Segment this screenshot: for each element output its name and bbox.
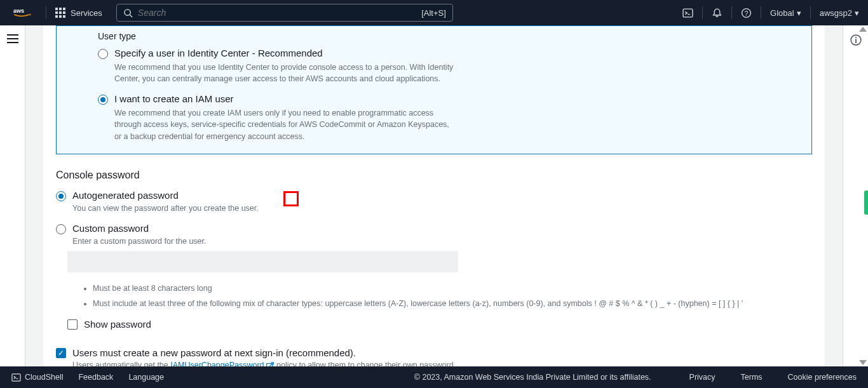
caret-down-icon: ▾ bbox=[855, 8, 859, 18]
help-button[interactable]: ? bbox=[732, 0, 761, 25]
user-type-option-identity-center[interactable]: Specify a user in Identity Center - Reco… bbox=[98, 48, 776, 59]
radio-label: Autogenerated password bbox=[72, 190, 179, 201]
radio-description: We recommend that you use Identity Cente… bbox=[114, 62, 458, 84]
svg-text:aws: aws bbox=[13, 8, 24, 14]
show-password-checkbox[interactable]: Show password bbox=[67, 319, 812, 330]
iam-policy-link[interactable]: IAMUserChangePassword bbox=[170, 361, 264, 366]
radio-icon[interactable] bbox=[98, 49, 108, 59]
footer: CloudShell Feedback Language © 2023, Ama… bbox=[0, 366, 868, 388]
notifications-button[interactable] bbox=[703, 0, 731, 25]
svg-line-2 bbox=[130, 15, 132, 17]
language-link[interactable]: Language bbox=[128, 373, 164, 382]
terms-link[interactable]: Terms bbox=[741, 373, 763, 382]
content: User type Specify a user in Identity Cen… bbox=[43, 25, 825, 366]
svg-rect-13 bbox=[855, 39, 857, 43]
password-rules: Must be at least 8 characters long Must … bbox=[81, 283, 812, 311]
radio-description: We recommend that you create IAM users o… bbox=[114, 107, 458, 142]
svg-point-1 bbox=[125, 9, 130, 15]
radio-custom[interactable]: Custom password bbox=[56, 223, 812, 234]
grid-icon bbox=[55, 8, 65, 18]
cookie-preferences-link[interactable]: Cookie preferences bbox=[788, 373, 857, 382]
svg-text:?: ? bbox=[745, 9, 749, 17]
search-shortcut: [Alt+S] bbox=[421, 8, 446, 18]
password-option-custom: Custom password Enter a custom password … bbox=[56, 223, 812, 330]
feedback-link[interactable]: Feedback bbox=[78, 373, 113, 382]
checkbox-label: Users must create a new password at next… bbox=[72, 347, 356, 358]
cloudshell-icon bbox=[682, 8, 693, 18]
checkbox-icon[interactable] bbox=[56, 348, 66, 358]
must-reset-password-checkbox[interactable]: Users must create a new password at next… bbox=[56, 347, 812, 358]
checkbox-label: Show password bbox=[84, 319, 151, 330]
region-selector[interactable]: Global ▾ bbox=[761, 8, 810, 18]
cloudshell-icon bbox=[11, 373, 21, 382]
services-label: Services bbox=[71, 8, 102, 18]
privacy-link[interactable]: Privacy bbox=[689, 373, 715, 382]
top-nav: aws Services [Alt+S] ? Global ▾ awsgsp2 … bbox=[0, 0, 868, 25]
region-label: Global bbox=[770, 8, 794, 18]
content-outer: User type Specify a user in Identity Cen… bbox=[25, 25, 843, 366]
checkbox-icon[interactable] bbox=[67, 319, 78, 330]
cloudshell-label: CloudShell bbox=[25, 373, 63, 382]
user-type-heading: User type bbox=[98, 31, 776, 41]
password-option-autogenerated: Autogenerated password You can view the … bbox=[56, 190, 812, 213]
radio-label: Custom password bbox=[72, 223, 149, 234]
left-rail bbox=[0, 25, 25, 366]
account-label: awsgsp2 bbox=[820, 8, 852, 18]
aws-logo[interactable]: aws bbox=[0, 7, 46, 18]
must-reset-description: Users automatically get the IAMUserChang… bbox=[72, 361, 812, 366]
svg-point-12 bbox=[855, 37, 856, 38]
help-icon: ? bbox=[741, 8, 752, 18]
radio-icon[interactable] bbox=[56, 224, 66, 234]
caret-down-icon: ▾ bbox=[797, 8, 801, 18]
external-link-icon bbox=[266, 361, 275, 366]
radio-description: You can view the password after you crea… bbox=[72, 204, 812, 213]
services-button[interactable]: Services bbox=[46, 8, 111, 18]
radio-description: Enter a custom password for the user. bbox=[72, 237, 812, 246]
scroll-down-indicator[interactable] bbox=[859, 360, 867, 365]
radio-icon[interactable] bbox=[56, 191, 66, 201]
search-box[interactable]: [Alt+S] bbox=[116, 4, 453, 22]
cloudshell-icon-button[interactable] bbox=[674, 0, 702, 25]
cloudshell-link[interactable]: CloudShell bbox=[11, 373, 63, 382]
info-panel-toggle[interactable] bbox=[850, 34, 862, 48]
user-type-option-iam-user[interactable]: I want to create an IAM user bbox=[98, 93, 776, 105]
search-input[interactable] bbox=[138, 8, 416, 18]
password-rule: Must be at least 8 characters long bbox=[93, 283, 812, 295]
radio-label: I want to create an IAM user bbox=[114, 93, 234, 104]
console-password-heading: Console password bbox=[56, 170, 812, 181]
search-icon bbox=[123, 8, 133, 18]
user-type-panel: User type Specify a user in Identity Cen… bbox=[56, 25, 812, 154]
password-rule: Must include at least three of the follo… bbox=[93, 298, 812, 310]
bell-icon bbox=[712, 8, 722, 18]
radio-icon[interactable] bbox=[98, 95, 108, 105]
scroll-up-indicator[interactable] bbox=[859, 27, 867, 32]
account-menu[interactable]: awsgsp2 ▾ bbox=[811, 8, 868, 18]
custom-password-input bbox=[67, 251, 458, 272]
copyright-text: © 2023, Amazon Web Services India Privat… bbox=[414, 373, 651, 382]
workspace: User type Specify a user in Identity Cen… bbox=[0, 25, 868, 366]
info-icon bbox=[850, 34, 862, 46]
feedback-tab[interactable] bbox=[864, 191, 868, 215]
radio-label: Specify a user in Identity Center - Reco… bbox=[114, 48, 323, 58]
sidebar-toggle[interactable] bbox=[7, 34, 18, 43]
radio-autogenerated[interactable]: Autogenerated password bbox=[56, 190, 812, 201]
